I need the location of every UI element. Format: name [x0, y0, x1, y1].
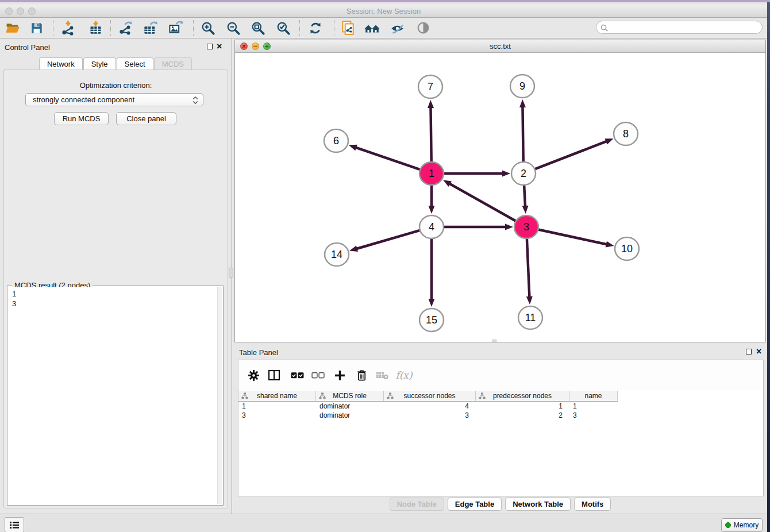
- edge-arrowhead: [428, 100, 434, 108]
- network-maximize-button[interactable]: [263, 43, 271, 50]
- zoom-in-icon: [201, 21, 215, 36]
- column-header-MCDS-role[interactable]: MCDS role: [316, 391, 384, 401]
- table-toolbar: f(x): [238, 360, 763, 390]
- home-layout-button[interactable]: [363, 18, 382, 37]
- network-close-button[interactable]: [240, 43, 248, 50]
- edge-3-1[interactable]: [449, 183, 515, 221]
- unselect-all-columns-button[interactable]: [310, 367, 326, 383]
- export-table-button[interactable]: [140, 18, 160, 37]
- import-table-button[interactable]: [86, 18, 105, 37]
- column-label: MCDS role: [333, 392, 367, 400]
- node-label: 2: [521, 168, 526, 179]
- zoom-out-button[interactable]: [224, 18, 243, 37]
- table-cell[interactable]: dominator: [316, 402, 384, 411]
- tab-style[interactable]: Style: [83, 57, 116, 70]
- edge-3-11[interactable]: [527, 239, 530, 298]
- table-cell[interactable]: 3: [238, 411, 316, 420]
- export-image-button[interactable]: [165, 18, 185, 37]
- edge-arrowhead: [605, 138, 614, 144]
- criterion-select[interactable]: strongly connected component: [25, 93, 203, 106]
- edge-2-3[interactable]: [524, 186, 525, 207]
- table-close-icon[interactable]: ×: [756, 348, 761, 355]
- task-history-button[interactable]: [5, 517, 24, 532]
- edge-2-9[interactable]: [522, 106, 523, 161]
- edge-1-6[interactable]: [355, 147, 420, 169]
- edge-2-8[interactable]: [535, 141, 607, 169]
- node-label: 1: [429, 168, 434, 179]
- show-all-button[interactable]: [413, 18, 433, 37]
- table-cell[interactable]: 3: [384, 411, 476, 420]
- network-canvas[interactable]: 7968124314101511: [235, 53, 765, 342]
- edge-arrowhead: [519, 99, 526, 107]
- mcds-result-group: MCDS result (2 nodes) 13: [7, 286, 224, 506]
- zoom-fit-button[interactable]: [248, 18, 268, 37]
- close-panel-icon[interactable]: ×: [217, 43, 222, 50]
- float-panel-icon[interactable]: [207, 44, 213, 49]
- table-cell[interactable]: 1: [238, 402, 316, 411]
- export-network-button[interactable]: [116, 18, 135, 37]
- window-close-button[interactable]: [5, 7, 13, 15]
- toolbar-separator: [334, 20, 334, 36]
- column-header-name[interactable]: name: [569, 391, 618, 401]
- tab-network[interactable]: Network: [39, 57, 83, 70]
- tab-mcds[interactable]: MCDS: [154, 57, 192, 70]
- tab-network-table[interactable]: Network Table: [505, 498, 571, 511]
- table-cell[interactable]: 1: [569, 402, 618, 411]
- table-panel-title: Table Panel: [239, 348, 278, 357]
- select-all-columns-button[interactable]: [289, 367, 305, 383]
- table-cell[interactable]: 4: [384, 402, 476, 411]
- edge-3-10[interactable]: [538, 229, 607, 244]
- zoom-out-icon: [226, 21, 241, 36]
- desktop-edge-right: [767, 2, 770, 532]
- table-cell[interactable]: 2: [476, 411, 569, 420]
- mcds-result-text[interactable]: 13: [8, 287, 217, 504]
- run-mcds-button[interactable]: Run MCDS: [54, 112, 109, 125]
- edge-4-14[interactable]: [356, 230, 420, 249]
- create-column-button[interactable]: [332, 367, 348, 383]
- import-network-button[interactable]: [58, 18, 78, 37]
- canvas-splitter-grip[interactable]: [492, 340, 496, 343]
- result-scrollbar[interactable]: [217, 287, 222, 504]
- window-title: Session: New Session: [0, 5, 767, 18]
- table-cell[interactable]: dominator: [316, 411, 384, 420]
- save-session-button[interactable]: [27, 18, 47, 37]
- table-float-icon[interactable]: [746, 349, 752, 354]
- column-header-predecessor-nodes[interactable]: predecessor nodes: [476, 391, 569, 401]
- edge-1-7[interactable]: [430, 107, 431, 161]
- memory-button[interactable]: Memory: [721, 518, 763, 532]
- hide-selected-button[interactable]: [387, 18, 407, 37]
- edge-arrowhead: [522, 206, 529, 214]
- tab-select[interactable]: Select: [117, 57, 153, 70]
- search-field: [596, 21, 763, 34]
- tab-edge-table[interactable]: Edge Table: [448, 498, 502, 511]
- table-settings-button[interactable]: [245, 367, 261, 383]
- show-columns-button[interactable]: [266, 367, 282, 383]
- column-header-shared-name[interactable]: shared name: [238, 391, 316, 401]
- status-bar: Memory: [0, 514, 767, 532]
- clone-network-button[interactable]: [338, 18, 357, 37]
- export-image-icon: [168, 20, 183, 36]
- node-label: 6: [333, 135, 339, 147]
- tab-motifs[interactable]: Motifs: [574, 498, 611, 511]
- refresh-button[interactable]: [306, 18, 325, 37]
- network-graph: 7968124314101511: [235, 53, 765, 342]
- delete-column-button[interactable]: [353, 367, 369, 383]
- clone-network-icon: [340, 20, 355, 36]
- tab-node-table[interactable]: Node Table: [390, 498, 444, 511]
- main-toolbar: [0, 18, 767, 38]
- table-cell[interactable]: 1: [476, 402, 569, 411]
- node-label: 7: [428, 81, 433, 92]
- panel-splitter-grip[interactable]: [229, 268, 233, 277]
- window-minimize-button[interactable]: [17, 7, 24, 15]
- open-session-button[interactable]: [3, 18, 22, 37]
- memory-status-icon: [725, 522, 731, 528]
- window-zoom-button[interactable]: [28, 7, 36, 15]
- zoom-in-button[interactable]: [198, 18, 218, 37]
- node-label: 15: [426, 314, 437, 326]
- close-panel-button[interactable]: Close panel: [116, 112, 176, 125]
- table-cell[interactable]: 3: [569, 411, 618, 420]
- network-minimize-button[interactable]: [252, 43, 259, 50]
- zoom-selected-button[interactable]: [274, 18, 293, 37]
- column-header-successor-nodes[interactable]: successor nodes: [384, 391, 476, 401]
- search-input[interactable]: [610, 22, 759, 33]
